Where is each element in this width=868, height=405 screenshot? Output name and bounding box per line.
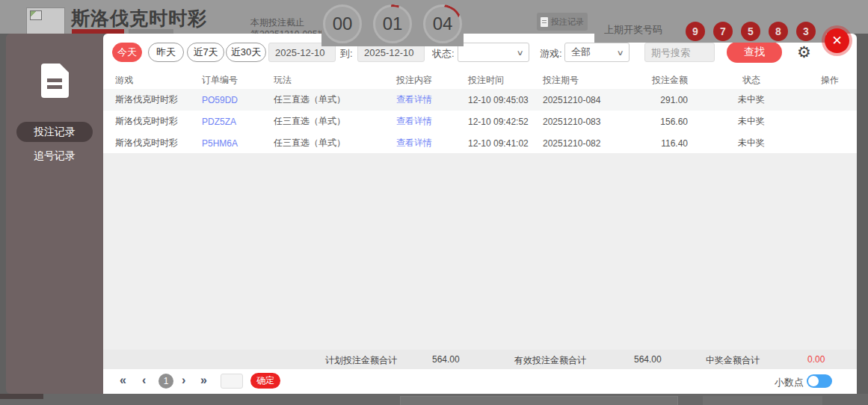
col-header-play: 玩法 bbox=[274, 74, 396, 87]
game-label: 游戏: bbox=[540, 47, 562, 61]
draw-ball: 3 bbox=[796, 22, 816, 41]
filter-last30days-button[interactable]: 近30天 bbox=[226, 43, 266, 62]
decimal-toggle[interactable] bbox=[807, 374, 832, 388]
sidebar-item-label: 追号记录 bbox=[34, 149, 76, 163]
cell-period: 20251210-082 bbox=[543, 138, 625, 149]
plan-total-value: 564.00 bbox=[432, 354, 460, 365]
countdown-seconds: 04 bbox=[423, 4, 462, 43]
draw-ball: 5 bbox=[741, 22, 760, 41]
col-header-time: 投注时间 bbox=[468, 74, 543, 87]
chevron-down-icon: ∨ bbox=[516, 49, 523, 57]
table-row: 斯洛伐克时时彩 P5HM6A 任三直选（单式） 查看详情 12-10 09:41… bbox=[103, 132, 857, 154]
table-header-row: 游戏 订单编号 玩法 投注内容 投注时间 投注期号 投注金额 状态 操作 bbox=[103, 71, 857, 89]
records-icon bbox=[41, 64, 69, 98]
filter-last7days-button[interactable]: 近7天 bbox=[187, 43, 224, 62]
col-header-game: 游戏 bbox=[115, 74, 202, 87]
sidebar-item-betting-records[interactable]: 投注记录 bbox=[16, 122, 93, 142]
last-draw-numbers: 9 7 5 8 3 bbox=[686, 22, 816, 41]
cell-status: 未中奖 bbox=[688, 137, 815, 149]
current-page-indicator[interactable]: 1 bbox=[158, 374, 173, 389]
cell-time: 12-10 09:41:02 bbox=[468, 138, 543, 149]
page-title: 斯洛伐克时时彩 bbox=[71, 6, 207, 31]
cell-play: 任三直选（单式） bbox=[274, 93, 396, 106]
first-page-button[interactable]: « bbox=[120, 374, 126, 387]
cell-amount: 156.60 bbox=[625, 117, 688, 127]
document-icon bbox=[541, 17, 548, 27]
cell-order-link[interactable]: PDZ5ZA bbox=[202, 117, 274, 127]
draw-ball: 8 bbox=[769, 22, 788, 41]
cell-period: 20251210-084 bbox=[543, 95, 625, 105]
dimmed-block bbox=[400, 396, 678, 405]
countdown-minutes: 01 bbox=[373, 4, 412, 43]
filter-today-button[interactable]: 今天 bbox=[112, 43, 142, 62]
status-select[interactable]: ∨ bbox=[458, 43, 529, 62]
valid-total-label: 有效投注金额合计 bbox=[514, 354, 586, 367]
dimmed-block bbox=[703, 396, 822, 405]
countdown-timer: 00 01 04 bbox=[321, 0, 464, 46]
cell-time: 12-10 09:42:52 bbox=[468, 117, 543, 127]
table-row: 斯洛伐克时时彩 PO59DD 任三直选（单式） 查看详情 12-10 09:45… bbox=[103, 89, 857, 111]
cell-play: 任三直选（单式） bbox=[274, 115, 396, 128]
cell-order-link[interactable]: P5HM6A bbox=[202, 138, 274, 149]
betting-records-screen: 斯洛伐克时时彩 本期投注截止 第20251210-085期 00 01 04 投… bbox=[0, 0, 868, 405]
cell-game: 斯洛伐克时时彩 bbox=[115, 137, 202, 149]
game-logo-placeholder bbox=[26, 7, 65, 35]
view-details-link[interactable]: 查看详情 bbox=[396, 115, 468, 128]
close-modal-button[interactable]: ✕ bbox=[825, 28, 849, 53]
plan-total-label: 计划投注金额合计 bbox=[325, 354, 397, 367]
table-row: 斯洛伐克时时彩 PDZ5ZA 任三直选（单式） 查看详情 12-10 09:42… bbox=[103, 111, 857, 132]
prev-page-button[interactable]: ‹ bbox=[142, 374, 146, 387]
col-header-amount: 投注金额 bbox=[625, 74, 688, 87]
deadline-label: 本期投注截止 bbox=[250, 16, 304, 29]
game-select-value: 全部 bbox=[571, 46, 591, 59]
table-empty-area bbox=[103, 153, 857, 350]
game-select[interactable]: 全部 ∨ bbox=[564, 43, 630, 62]
valid-total-value: 564.00 bbox=[634, 354, 662, 365]
cell-game: 斯洛伐克时时彩 bbox=[115, 115, 202, 128]
cell-order-link[interactable]: PO59DD bbox=[202, 95, 274, 105]
col-header-action: 操作 bbox=[815, 74, 845, 87]
betting-records-button-label: 投注记录 bbox=[551, 16, 584, 28]
sidebar-item-label: 投注记录 bbox=[34, 126, 76, 139]
broken-image-icon bbox=[30, 10, 42, 20]
win-total-label: 中奖金额合计 bbox=[706, 354, 760, 367]
page-confirm-button[interactable]: 确定 bbox=[250, 373, 280, 389]
last-page-button[interactable]: » bbox=[200, 374, 207, 387]
last-draw-label: 上期开奖号码 bbox=[604, 23, 662, 37]
records-sidebar: 投注记录 追号记录 bbox=[6, 34, 103, 394]
sidebar-item-chase-records[interactable]: 追号记录 bbox=[16, 146, 93, 166]
date-to-label: 到: bbox=[340, 47, 353, 61]
countdown-hours-value: 00 bbox=[333, 13, 353, 34]
last-draw-panel: 上期开奖号码 9 7 5 8 3 bbox=[594, 0, 826, 43]
col-header-period: 投注期号 bbox=[543, 74, 625, 87]
gear-icon[interactable]: ⚙ bbox=[797, 43, 811, 62]
cell-amount: 291.00 bbox=[625, 95, 688, 105]
page-footer-dimmed bbox=[0, 394, 868, 405]
countdown-hours: 00 bbox=[323, 4, 362, 43]
betting-records-button[interactable]: 投注记录 bbox=[537, 13, 588, 31]
decimal-toggle-label: 小数点 bbox=[775, 376, 804, 389]
status-label: 状态: bbox=[432, 47, 455, 61]
records-table: 游戏 订单编号 玩法 投注内容 投注时间 投注期号 投注金额 状态 操作 斯洛伐… bbox=[103, 71, 857, 154]
dimmed-block bbox=[0, 394, 43, 399]
col-header-status: 状态 bbox=[688, 74, 815, 87]
page-number-input[interactable] bbox=[221, 374, 243, 389]
draw-ball: 7 bbox=[713, 22, 733, 41]
filter-yesterday-button[interactable]: 昨天 bbox=[148, 43, 184, 62]
search-button[interactable]: 查找 bbox=[727, 42, 782, 63]
cell-play: 任三直选（单式） bbox=[274, 137, 396, 149]
view-details-link[interactable]: 查看详情 bbox=[396, 137, 468, 149]
draw-ball: 9 bbox=[686, 22, 705, 41]
cell-status: 未中奖 bbox=[688, 93, 815, 106]
view-details-link[interactable]: 查看详情 bbox=[396, 93, 468, 106]
cell-game: 斯洛伐克时时彩 bbox=[115, 93, 202, 106]
col-header-content: 投注内容 bbox=[396, 74, 468, 87]
col-header-order: 订单编号 bbox=[202, 74, 274, 87]
totals-bar: 计划投注金额合计 564.00 有效投注金额合计 564.00 中奖金额合计 0… bbox=[103, 350, 857, 369]
cell-amount: 116.40 bbox=[625, 138, 688, 149]
cell-time: 12-10 09:45:03 bbox=[468, 95, 543, 105]
cell-status: 未中奖 bbox=[688, 115, 815, 128]
period-search-input[interactable] bbox=[644, 43, 715, 62]
next-page-button[interactable]: › bbox=[182, 374, 185, 387]
win-total-value: 0.00 bbox=[807, 354, 825, 365]
